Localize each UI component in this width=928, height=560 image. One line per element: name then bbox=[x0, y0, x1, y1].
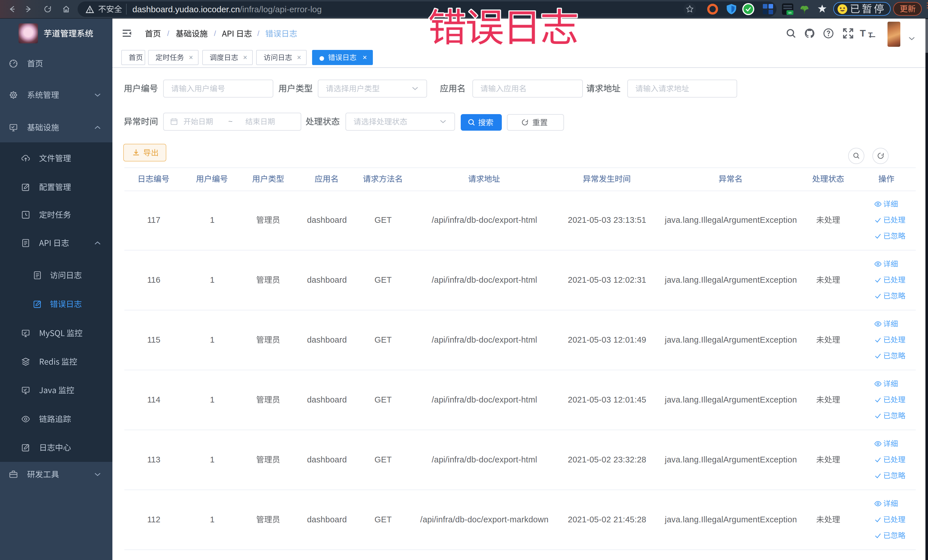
svg-text:on: on bbox=[788, 11, 791, 14]
